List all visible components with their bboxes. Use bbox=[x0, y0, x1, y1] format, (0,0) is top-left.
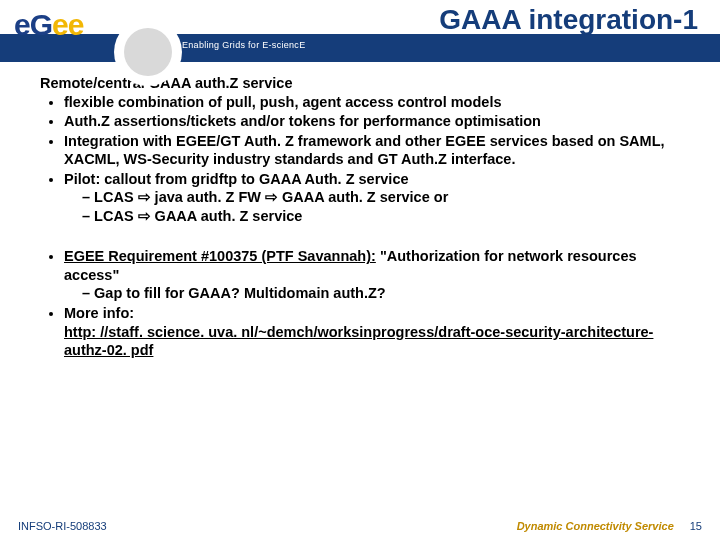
footer-service: Dynamic Connectivity Service bbox=[517, 520, 674, 532]
bullet-list-2: EGEE Requirement #100375 (PTF Savannah):… bbox=[40, 247, 686, 359]
requirement-link[interactable]: EGEE Requirement #100375 (PTF Savannah): bbox=[64, 248, 376, 264]
logo-letter-e: e bbox=[14, 8, 30, 41]
list-item: Integration with EGEE/GT Auth. Z framewo… bbox=[64, 132, 686, 169]
slide-title: GAAA integration-1 bbox=[439, 4, 698, 36]
logo-letter-e2: e bbox=[52, 8, 68, 41]
sub-list: Gap to fill for GAAA? Multidomain auth.Z… bbox=[64, 284, 686, 303]
list-item: Auth.Z assertions/tickets and/or tokens … bbox=[64, 112, 686, 131]
sub-list: LCAS ⇨ java auth. Z FW ⇨ GAAA auth. Z se… bbox=[64, 188, 686, 225]
footer-page-number: 15 bbox=[690, 520, 702, 532]
tagline: Enabling Grids for E-sciencE bbox=[182, 40, 305, 50]
egee-logo: eGee bbox=[6, 2, 176, 58]
list-item: flexible combination of pull, push, agen… bbox=[64, 93, 686, 112]
slide-body: Remote/central GAAA auth.Z service flexi… bbox=[0, 62, 720, 360]
footer-right: Dynamic Connectivity Service 15 bbox=[517, 520, 702, 532]
list-item: LCAS ⇨ GAAA auth. Z service bbox=[82, 207, 686, 226]
pilot-lead: Pilot: bbox=[64, 171, 104, 187]
list-item: More info: http: //staff. science. uva. … bbox=[64, 304, 686, 360]
more-info-lead: More info: bbox=[64, 305, 134, 321]
more-info-link[interactable]: http: //staff. science. uva. nl/~demch/w… bbox=[64, 324, 653, 359]
bullet-list-1: flexible combination of pull, push, agen… bbox=[40, 93, 686, 226]
footer-left: INFSO-RI-508833 bbox=[18, 520, 107, 532]
logo-inner-circle bbox=[124, 28, 172, 76]
list-item: EGEE Requirement #100375 (PTF Savannah):… bbox=[64, 247, 686, 303]
logo-letter-g: G bbox=[30, 8, 52, 41]
list-item: LCAS ⇨ java auth. Z FW ⇨ GAAA auth. Z se… bbox=[82, 188, 686, 207]
list-item: Gap to fill for GAAA? Multidomain auth.Z… bbox=[82, 284, 686, 303]
pilot-rest: callout from gridftp to GAAA Auth. Z ser… bbox=[104, 171, 408, 187]
logo-letter-e3: e bbox=[68, 8, 84, 41]
list-item: Pilot: callout from gridftp to GAAA Auth… bbox=[64, 170, 686, 226]
slide-header: eGee Enabling Grids for E-sciencE GAAA i… bbox=[0, 0, 720, 62]
slide-footer: INFSO-RI-508833 Dynamic Connectivity Ser… bbox=[0, 520, 720, 532]
logo-text: eGee bbox=[14, 8, 83, 42]
